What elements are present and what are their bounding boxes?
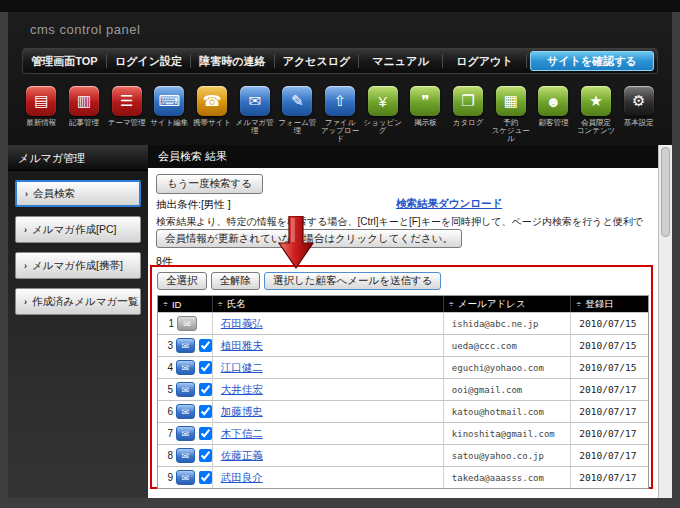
mail-icon[interactable]: ✉	[176, 470, 195, 485]
row-checkbox[interactable]	[199, 427, 212, 440]
member-email: ueda@ccc.com	[452, 341, 517, 351]
mail-icon[interactable]: ✉	[176, 448, 195, 463]
toolbar-item-forms[interactable]: ✎ フォーム管理	[276, 86, 319, 148]
toolbar-item-shopping[interactable]: ¥ ショッピング	[361, 86, 404, 148]
mail-icon[interactable]: ✉	[176, 426, 195, 441]
toolbar-item-schedule[interactable]: ▦ 予約 スケジュール	[489, 86, 532, 148]
registration-date: 2010/07/15	[579, 318, 636, 329]
sidebar: メルマガ管理 › 会員検索 › メルマガ作成[PC] › メルマガ作成[携帯] …	[8, 145, 148, 498]
sort-icon[interactable]: ÷	[163, 299, 168, 309]
toolbar-item-settings[interactable]: ⚙ 基本設定	[617, 86, 660, 148]
nav-logout[interactable]: ログアウト	[443, 54, 526, 69]
toolbar-item-bbs[interactable]: ❞ 掲示板	[404, 86, 447, 148]
header-name[interactable]: ÷ 氏名	[212, 296, 443, 312]
deselect-all-button[interactable]: 全解除	[211, 272, 261, 290]
member-name-link[interactable]: 石田義弘	[221, 317, 263, 331]
nav-login-settings[interactable]: ログイン設定	[107, 54, 190, 69]
header-id[interactable]: ÷ ID	[158, 296, 212, 312]
mail-icon[interactable]: ✉	[177, 316, 197, 331]
header-email[interactable]: ÷ メールアドレス	[443, 296, 570, 312]
member-name-link[interactable]: 武田良介	[221, 471, 263, 485]
row-id: 3	[158, 340, 173, 351]
toolbar-item-articles[interactable]: ▥ 記事管理	[63, 86, 106, 148]
member-name-link[interactable]: 江口健二	[221, 361, 263, 375]
nav-manual[interactable]: マニュアル	[359, 54, 442, 69]
toolbar-item-theme[interactable]: ☰ テーマ管理	[105, 86, 148, 148]
row-id: 8	[158, 450, 173, 461]
mail-icon[interactable]: ✉	[176, 338, 195, 353]
member-email: satou@yahoo.co.jp	[452, 451, 544, 461]
toolbar-item-news[interactable]: ▤ 最新情報	[20, 86, 63, 148]
member-name-link[interactable]: 大井佳宏	[221, 383, 263, 397]
nav-access-log[interactable]: アクセスログ	[275, 54, 358, 69]
arrow-right-icon: ›	[24, 261, 27, 271]
customer-folder-icon: ☻	[538, 86, 568, 116]
toolbar-item-upload[interactable]: ⇧ ファイル アップロード	[319, 86, 362, 148]
row-checkbox[interactable]	[199, 339, 212, 352]
mail-icon[interactable]: ✉	[176, 404, 195, 419]
row-checkbox[interactable]	[199, 361, 212, 374]
toolbar-item-label: 携帯サイト	[193, 119, 231, 127]
sidebar-item-created-list[interactable]: › 作成済みメルマガ一覧	[15, 288, 141, 315]
toolbar-item-label: 最新情報	[26, 119, 56, 127]
toolbar-item-members-only[interactable]: ★ 会員限定 コンテンツ	[575, 86, 618, 148]
toolbar-item-catalog[interactable]: ❐ カタログ	[447, 86, 490, 148]
toolbar-item-mailmag[interactable]: ✉ メルマガ管理	[233, 86, 276, 148]
app-title: cms control panel	[30, 22, 140, 37]
sort-icon[interactable]: ÷	[576, 299, 581, 309]
table-header-row: ÷ ID ÷ 氏名 ÷ メールアドレス ÷ 登録	[158, 296, 648, 312]
send-mail-button[interactable]: 選択した顧客へメールを送信する	[264, 272, 441, 290]
sort-icon[interactable]: ÷	[449, 299, 454, 309]
refresh-info-button[interactable]: 会員情報が更新されていない場合はクリックしてください。	[156, 229, 462, 248]
table-row: 6 ✉ 加藤博史 katou@hotmail.com 2010/07/17	[158, 400, 648, 422]
toolbar-item-label: テーマ管理	[108, 119, 146, 127]
calendar-icon: ▦	[496, 86, 526, 116]
row-id: 7	[158, 428, 173, 439]
row-id: 1	[158, 318, 174, 329]
sidebar-item-member-search[interactable]: › 会員検索	[15, 180, 141, 207]
toolbar-item-customers[interactable]: ☻ 顧客管理	[532, 86, 575, 148]
registration-date: 2010/07/17	[579, 384, 636, 395]
form-icon: ✎	[282, 86, 312, 116]
mail-icon[interactable]: ✉	[176, 382, 195, 397]
row-checkbox[interactable]	[199, 449, 212, 462]
member-name-link[interactable]: 植田雅夫	[221, 339, 263, 353]
registration-date: 2010/07/15	[579, 340, 636, 351]
toolbar-item-site-edit[interactable]: ⌨ サイト編集	[148, 86, 191, 148]
header-date[interactable]: ÷ 登録日	[570, 296, 648, 312]
scrollbar[interactable]	[658, 145, 672, 498]
article-icon: ▥	[69, 86, 99, 116]
nav-trouble-contact[interactable]: 障害時の連絡	[191, 54, 274, 69]
search-again-button[interactable]: もう一度検索する	[156, 174, 263, 194]
member-email: eguchi@yohaoo.com	[452, 363, 544, 373]
row-checkbox[interactable]	[199, 383, 212, 396]
row-id: 5	[158, 384, 173, 395]
site-edit-icon: ⌨	[154, 86, 184, 116]
scrollbar-thumb[interactable]	[661, 147, 670, 237]
row-checkbox[interactable]	[199, 405, 212, 418]
row-checkbox[interactable]	[199, 471, 212, 484]
download-results-link[interactable]: 検索結果ダウンロード	[396, 197, 502, 211]
bbs-icon: ❞	[410, 86, 440, 116]
member-name-link[interactable]: 加藤博史	[221, 405, 263, 419]
member-email: katou@hotmail.com	[452, 407, 544, 417]
toolbar-item-mobile-site[interactable]: ☎ 携帯サイト	[191, 86, 234, 148]
app-panel: cms control panel 管理画面TOP ログイン設定 障害時の連絡 …	[8, 12, 672, 498]
member-name-link[interactable]: 佐藤正義	[221, 449, 263, 463]
member-email: ooi@gmail.com	[452, 385, 522, 395]
member-email: ishida@abc.ne.jp	[452, 319, 539, 329]
sidebar-item-create-pc[interactable]: › メルマガ作成[PC]	[15, 216, 141, 243]
table-row: 9 ✉ 武田良介 takeda@aaasss.com 2010/07/17	[158, 466, 648, 488]
sort-icon[interactable]: ÷	[218, 299, 223, 309]
member-name-link[interactable]: 木下信二	[221, 427, 263, 441]
icon-toolbar: ▤ 最新情報 ▥ 記事管理 ☰ テーマ管理 ⌨ サイト編集 ☎ 携帯サイト ✉ …	[20, 86, 660, 148]
row-id: 4	[158, 362, 173, 373]
mail-icon[interactable]: ✉	[176, 360, 195, 375]
nav-admin-top[interactable]: 管理画面TOP	[23, 54, 106, 69]
gear-icon: ⚙	[624, 86, 654, 116]
confirm-site-button[interactable]: サイトを確認する	[530, 51, 654, 71]
extraction-condition: 抽出条件:[男性 ]	[156, 198, 231, 212]
select-all-button[interactable]: 全選択	[157, 272, 207, 290]
sidebar-item-create-mobile[interactable]: › メルマガ作成[携帯]	[15, 252, 141, 279]
registration-date: 2010/07/15	[579, 362, 636, 373]
